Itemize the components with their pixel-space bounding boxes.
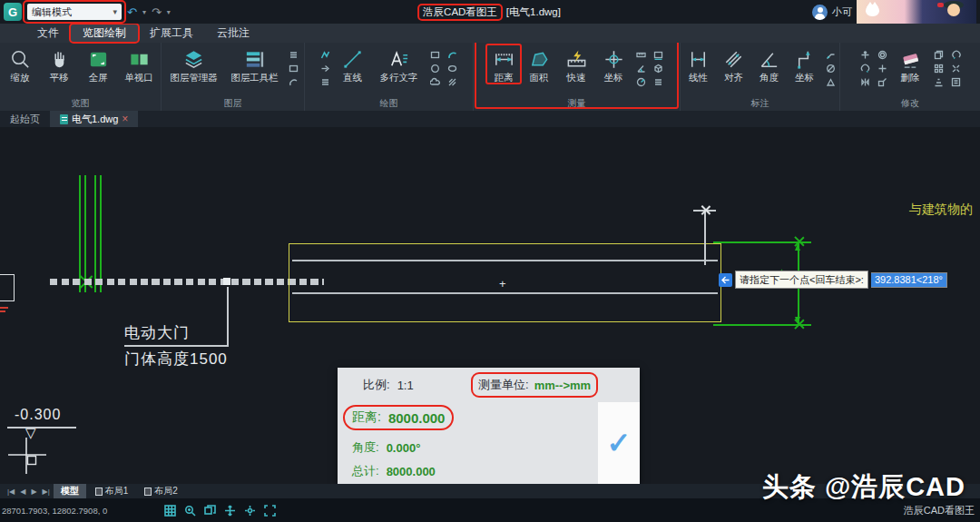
mini-stretch-icon[interactable] <box>933 76 945 88</box>
last-layout-icon[interactable]: ▶| <box>41 488 52 496</box>
mini-volume-icon[interactable] <box>652 63 664 74</box>
mini-tolerance-icon[interactable] <box>825 76 837 88</box>
menu-tab-cloud-annotation[interactable]: 云批注 <box>205 24 261 43</box>
undo-dropdown-icon[interactable]: ▾ <box>142 8 146 16</box>
mini-ruler-icon[interactable] <box>635 49 647 61</box>
fullscreen-button[interactable]: 全屏 <box>79 44 117 84</box>
mini-angle-measure-icon[interactable] <box>635 63 647 74</box>
zoom-window-icon[interactable] <box>183 504 197 517</box>
close-tab-icon[interactable]: × <box>122 113 128 124</box>
banner-face-graphic <box>947 4 960 16</box>
fullscreen-brackets-icon[interactable] <box>263 504 277 517</box>
first-layout-icon[interactable]: |◀ <box>5 488 16 496</box>
application-window: G 编辑模式 ▾ ↶ ▾ ↷ ▾ 浩辰CAD看图王 [电气1.dwg] 小可 <box>0 0 980 522</box>
delete-button[interactable]: 删除 <box>891 44 929 84</box>
user-avatar[interactable] <box>812 5 828 20</box>
mini-copy-icon[interactable] <box>933 49 945 61</box>
zoom-button[interactable]: 缩放 <box>1 44 39 84</box>
prev-layout-icon[interactable]: ◀ <box>18 488 27 496</box>
grip-handle[interactable] <box>223 278 230 285</box>
quick-measure-button[interactable]: 快速 <box>558 44 594 84</box>
grid-icon[interactable] <box>163 504 177 517</box>
tab-model[interactable]: 模型 <box>54 484 86 498</box>
dynamic-input-icon <box>719 273 732 287</box>
mini-rectangle-icon[interactable] <box>429 49 441 61</box>
mini-arc-icon[interactable] <box>446 49 458 61</box>
mini-offset-icon[interactable] <box>877 49 888 61</box>
cursor-coordinates: 28701.7903, 12802.7908, 0 <box>0 506 107 516</box>
line-button[interactable]: 直线 <box>335 44 371 84</box>
menu-tab-view-draw[interactable]: 览图绘制 <box>71 24 138 43</box>
pan-crosshair-icon[interactable] <box>223 504 237 517</box>
mini-array-icon[interactable] <box>933 63 945 74</box>
tab-drawing[interactable]: 电气1.dwg × <box>50 111 138 127</box>
undo-icon[interactable]: ↶ <box>127 6 137 18</box>
elevation-text: -0.300 <box>15 407 61 423</box>
mini-move-icon[interactable] <box>859 49 871 61</box>
mini-explode-icon[interactable] <box>950 63 962 74</box>
next-layout-icon[interactable]: ▶ <box>29 488 38 496</box>
distance-button[interactable]: 距离 <box>487 44 520 84</box>
tab-layout1-label: 布局1 <box>105 485 129 497</box>
tab-layout1[interactable]: 布局1 <box>88 484 136 498</box>
ordinate-dim-button[interactable]: 坐标 <box>788 44 822 84</box>
layer-manager-button[interactable]: 图层管理器 <box>164 44 224 84</box>
measured-segment <box>704 211 706 265</box>
aligned-dim-icon <box>722 47 746 72</box>
mini-radius-icon[interactable] <box>635 76 647 88</box>
app-logo-icon[interactable]: G <box>4 3 22 21</box>
draw-mini-tools-right <box>445 44 461 88</box>
mini-entity-measure-icon[interactable] <box>652 76 664 88</box>
mini-polyline-icon[interactable] <box>319 49 331 61</box>
mini-layer-freeze-icon[interactable] <box>288 76 299 88</box>
pan-button[interactable]: 平移 <box>40 44 78 84</box>
linear-dim-button[interactable]: 线性 <box>681 44 716 84</box>
ribbon-group-modify: 删除 修改 <box>840 43 980 111</box>
mini-undo-modify-icon[interactable] <box>950 49 962 61</box>
prompt-input-value[interactable]: 392.8381<218° <box>871 272 947 288</box>
tab-layout2-label: 布局2 <box>154 485 178 497</box>
mini-hatch-icon[interactable] <box>446 76 458 88</box>
menu-tab-file[interactable]: 文件 <box>25 24 71 43</box>
confirm-button[interactable]: ✓ <box>598 402 640 484</box>
menu-tab-extended-tools[interactable]: 扩展工具 <box>138 24 205 43</box>
layer-toolbar-button[interactable]: 图层工具栏 <box>225 44 285 84</box>
layout-page-icon <box>95 488 103 496</box>
mini-circle-icon[interactable] <box>429 63 441 74</box>
mini-properties-icon[interactable] <box>950 76 962 88</box>
mini-arrow-icon[interactable] <box>319 63 331 74</box>
mini-trim-icon[interactable] <box>877 63 888 74</box>
mini-diameter-icon[interactable] <box>825 63 837 74</box>
mtext-button[interactable]: 多行文字 <box>372 44 426 84</box>
center-target-icon[interactable] <box>243 504 257 517</box>
mini-list2-icon[interactable] <box>319 76 331 88</box>
layer-bars-icon <box>243 47 267 72</box>
edit-mode-dropdown[interactable]: 编辑模式 ▾ <box>27 4 122 20</box>
mini-scale-icon[interactable] <box>877 76 888 88</box>
tab-layout2[interactable]: 布局2 <box>137 484 185 498</box>
mini-mirror-icon[interactable] <box>859 76 871 88</box>
inner-line-top <box>292 260 718 261</box>
aligned-dim-button[interactable]: 对齐 <box>717 44 751 84</box>
single-viewport-button[interactable]: 单视口 <box>118 44 160 84</box>
line-icon <box>341 47 365 72</box>
area-button[interactable]: 面积 <box>521 44 557 84</box>
hand-icon <box>47 47 71 72</box>
redo-dropdown-icon[interactable]: ▾ <box>167 8 171 16</box>
mini-rotate-icon[interactable] <box>859 63 871 74</box>
mini-list-icon[interactable] <box>288 49 299 61</box>
drawing-canvas[interactable]: 电动大门 门体高度1500 + 14 与建筑物的 请指定下一个点<回车结束>: <box>0 127 980 484</box>
promo-banner[interactable] <box>857 0 976 24</box>
mini-perimeter-icon[interactable] <box>652 49 664 61</box>
switch-window-icon[interactable] <box>203 504 217 517</box>
quick-measure-icon <box>564 47 588 72</box>
tab-start-page[interactable]: 起始页 <box>0 111 50 127</box>
tab-model-label: 模型 <box>61 485 79 497</box>
mini-ellipse-icon[interactable] <box>446 63 458 74</box>
coordinate-measure-button[interactable]: 坐标 <box>595 44 632 84</box>
mini-cloud-icon[interactable] <box>429 76 441 88</box>
redo-icon[interactable]: ↷ <box>152 6 162 18</box>
mini-leader-icon[interactable] <box>825 49 837 61</box>
angle-dim-button[interactable]: 角度 <box>752 44 787 84</box>
mini-layer-on-icon[interactable] <box>288 63 299 74</box>
